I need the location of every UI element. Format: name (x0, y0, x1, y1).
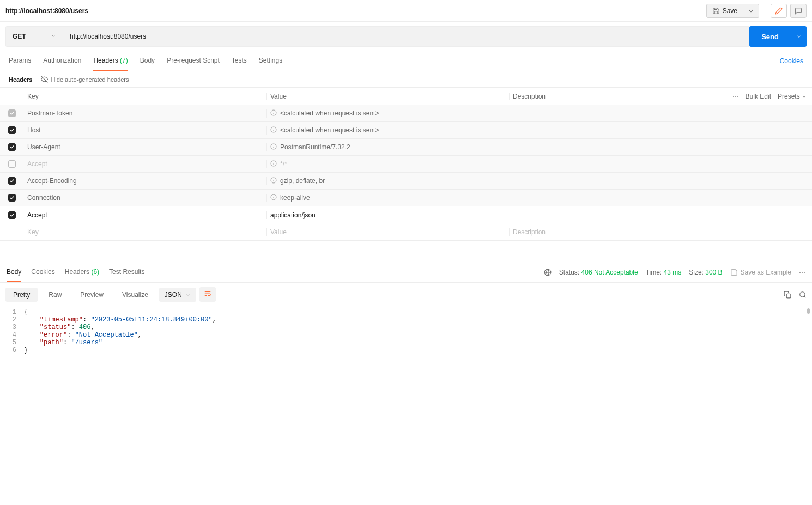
save-dropdown-button[interactable] (743, 4, 759, 18)
header-key-cell[interactable]: Accept-Encoding (24, 177, 266, 185)
col-header-desc: Description (509, 93, 725, 100)
header-value-cell[interactable]: gzip, deflate, br (266, 177, 509, 185)
svg-line-25 (804, 296, 806, 297)
comment-icon (795, 7, 802, 15)
search-icon[interactable] (799, 291, 807, 299)
response-tab-headers-count: (6) (91, 268, 99, 276)
new-desc-input[interactable]: Description (509, 228, 812, 236)
table-options-button[interactable]: ⋯ (732, 93, 739, 100)
table-row: Acceptapplication/json (0, 206, 812, 223)
table-row: Accept*/* (0, 156, 812, 173)
tab-headers-count: (7) (120, 57, 128, 64)
presets-dropdown[interactable]: Presets (778, 93, 807, 100)
tab-headers-label: Headers (93, 57, 118, 64)
tab-params[interactable]: Params (9, 51, 31, 71)
header-value-cell[interactable]: application/json (266, 211, 509, 219)
chevron-down-icon (796, 33, 802, 40)
copy-icon[interactable] (784, 291, 791, 299)
line-number: 6 (0, 346, 24, 354)
row-checkbox[interactable] (8, 194, 16, 202)
wrap-lines-button[interactable] (199, 287, 216, 302)
header-key-cell[interactable]: Accept (24, 211, 266, 219)
chevron-down-icon (185, 292, 191, 297)
svg-point-24 (800, 291, 805, 296)
comment-button[interactable] (790, 4, 807, 18)
table-row: Connectionkeep-alive (0, 190, 812, 206)
info-icon (270, 109, 277, 118)
chevron-down-icon (747, 7, 755, 15)
row-checkbox[interactable] (8, 109, 16, 117)
header-key-cell[interactable]: User-Agent (24, 143, 266, 151)
table-row: User-AgentPostmanRuntime/7.32.2 (0, 139, 812, 156)
response-tab-test-results[interactable]: Test Results (109, 263, 144, 282)
header-key-cell[interactable]: Postman-Token (24, 109, 266, 117)
body-language-value: JSON (165, 291, 182, 299)
bulk-edit-link[interactable]: Bulk Edit (746, 93, 771, 100)
request-url-input[interactable] (63, 26, 749, 47)
header-value-cell[interactable]: <calculated when request is sent> (266, 109, 509, 118)
header-key-cell[interactable]: Accept (24, 160, 266, 168)
save-as-example-button[interactable]: Save as Example (730, 269, 791, 276)
tab-body[interactable]: Body (140, 51, 155, 71)
response-tab-headers-label: Headers (65, 268, 89, 276)
header-value-cell[interactable]: keep-alive (266, 194, 509, 202)
separator (765, 5, 765, 17)
table-row: Accept-Encodinggzip, deflate, br (0, 173, 812, 190)
save-button[interactable]: Save (706, 4, 743, 18)
globe-icon (544, 269, 552, 276)
response-tab-headers[interactable]: Headers (6) (65, 263, 99, 282)
info-icon (270, 194, 277, 202)
row-checkbox[interactable] (8, 160, 16, 168)
header-value-cell[interactable]: <calculated when request is sent> (266, 126, 509, 135)
row-checkbox[interactable] (8, 143, 16, 151)
tab-settings[interactable]: Settings (259, 51, 282, 71)
headers-section-label: Headers (9, 76, 32, 83)
response-size: Size: 300 B (689, 269, 722, 276)
tab-authorization[interactable]: Authorization (43, 51, 81, 71)
new-value-input[interactable]: Value (266, 228, 509, 236)
view-preview[interactable]: Preview (72, 288, 111, 302)
pencil-icon (775, 7, 783, 15)
edit-button[interactable] (771, 4, 787, 18)
line-number: 3 (0, 324, 24, 331)
view-raw[interactable]: Raw (41, 288, 69, 302)
response-tab-body[interactable]: Body (7, 263, 21, 282)
header-key-cell[interactable]: Host (24, 126, 266, 134)
col-header-key: Key (24, 93, 266, 100)
view-pretty[interactable]: Pretty (5, 288, 38, 302)
header-key-cell[interactable]: Connection (24, 194, 266, 202)
save-label: Save (723, 7, 737, 15)
http-method-select[interactable]: GET (5, 26, 63, 47)
row-checkbox[interactable] (8, 211, 16, 219)
row-checkbox[interactable] (8, 177, 16, 185)
save-as-example-label: Save as Example (741, 269, 791, 276)
tab-tests[interactable]: Tests (232, 51, 247, 71)
send-button[interactable]: Send (749, 26, 791, 47)
row-checkbox[interactable] (8, 126, 16, 134)
headers-table: Key Value Description ⋯ Bulk Edit Preset… (0, 87, 812, 241)
info-icon (270, 160, 277, 168)
col-header-value: Value (266, 93, 509, 100)
response-time: Time: 43 ms (646, 269, 682, 276)
toggle-autogen-headers[interactable]: Hide auto-generated headers (41, 76, 129, 83)
response-tab-cookies[interactable]: Cookies (31, 263, 54, 282)
tab-prerequest[interactable]: Pre-request Script (167, 51, 220, 71)
table-row: Postman-Token<calculated when request is… (0, 105, 812, 122)
line-number: 1 (0, 308, 24, 316)
body-language-select[interactable]: JSON (159, 288, 196, 302)
cookies-link[interactable]: Cookies (780, 57, 803, 65)
http-method-value: GET (13, 33, 26, 40)
line-number: 5 (0, 339, 24, 346)
chevron-down-icon (51, 33, 56, 40)
response-more-button[interactable]: ⋯ (799, 269, 805, 276)
header-value-cell[interactable]: PostmanRuntime/7.32.2 (266, 143, 509, 151)
header-value-cell[interactable]: */* (266, 160, 509, 168)
send-dropdown-button[interactable] (791, 26, 807, 47)
view-visualize[interactable]: Visualize (114, 288, 156, 302)
response-status: Status: 406 Not Acceptable (559, 269, 638, 276)
info-icon (270, 126, 277, 135)
new-key-input[interactable]: Key (24, 228, 266, 236)
tab-headers[interactable]: Headers (7) (93, 51, 128, 71)
response-body[interactable]: 1{ 2 "timestamp": "2023-05-05T11:24:18.8… (0, 306, 812, 356)
scrollbar-thumb[interactable] (807, 308, 810, 314)
